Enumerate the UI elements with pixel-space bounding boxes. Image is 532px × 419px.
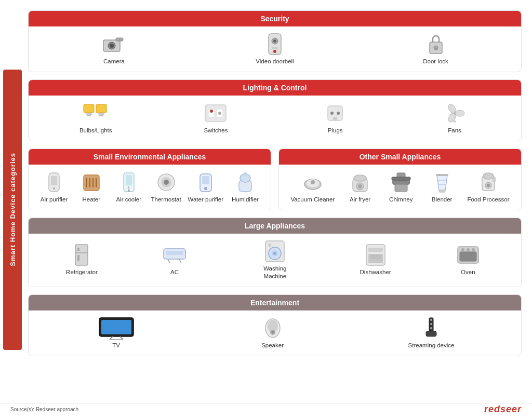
plugs-icon [322,102,349,125]
large-appliances-header: Large Appliances [29,218,521,234]
svg-point-86 [268,244,271,247]
footer: Source(s): Redseer approach redseer [0,403,532,415]
svg-rect-89 [368,254,383,263]
svg-marker-64 [437,175,447,191]
dishwasher-label: Dishwasher [360,268,391,276]
svg-point-94 [461,248,464,251]
svg-point-24 [330,112,334,115]
speaker-icon [259,317,286,340]
air-purifier-icon [41,171,68,194]
svg-point-85 [273,252,276,255]
svg-rect-77 [77,255,79,261]
content-area: Security Camera Video doorbell [25,5,532,414]
video-doorbell-label: Video doorbell [256,58,294,65]
device-switches: Switches [200,102,231,134]
tv-label: TV [112,342,120,349]
air-fryer-icon [347,171,374,194]
svg-point-57 [354,175,366,181]
svg-line-80 [168,259,170,263]
device-bulbs: Bulbs/Lights [79,102,112,134]
air-cooler-label: Air cooler [116,196,141,204]
heater-icon [78,171,105,194]
door-lock-icon [422,33,449,56]
fans-label: Fans [448,127,461,134]
svg-point-34 [53,187,55,190]
device-plugs: Plugs [320,102,351,134]
bulbs-label: Bulbs/Lights [79,127,112,134]
air-fryer-label: Air fryer [350,196,370,204]
other-small-header: Other Small Appliances [279,149,521,165]
refrigerator-icon [68,244,95,266]
device-heater: Heater [76,171,107,204]
small-env-items: Air purifier Heater Air cooler [29,165,271,210]
refrigerator-label: Refrigerator [66,268,98,276]
air-cooler-icon [115,171,142,194]
device-air-purifier: Air purifier [38,171,70,204]
svg-point-20 [210,110,213,113]
device-fans: Fans [439,102,470,134]
side-label-bar: Smart Home Device categories [0,5,25,414]
security-items: Camera Video doorbell Door lock [29,26,521,72]
svg-point-72 [487,184,490,187]
oven-icon [455,244,482,266]
humidifier-label: Humidifier [232,196,259,204]
blender-icon [429,171,456,194]
svg-point-110 [430,327,432,329]
washing-machine-label: Washing Machine [251,265,298,280]
svg-rect-31 [454,120,456,123]
dishwasher-icon [362,244,389,266]
device-dishwasher: Dishwasher [360,244,391,276]
device-streaming: Streaming device [408,317,455,349]
device-video-doorbell: Video doorbell [256,33,294,65]
entertainment-items: TV Speaker Streaming device [29,310,521,356]
svg-point-29 [455,110,464,116]
air-purifier-label: Air purifier [41,196,68,204]
lighting-items: Bulbs/Lights Switches Plugs [29,96,521,141]
svg-rect-93 [460,252,476,261]
streaming-icon [418,317,445,340]
svg-rect-79 [166,251,183,255]
security-header: Security [29,11,521,26]
side-label-text: Smart Home Device categories [9,153,17,266]
device-food-processor: Food Processor [467,171,509,204]
device-camera: Camera [98,33,129,65]
blender-label: Blender [432,196,453,204]
ac-icon [161,244,188,266]
device-vacuum: Vacuum Cleaner [290,171,335,204]
bulbs-icon [82,102,109,125]
svg-rect-16 [98,113,104,115]
small-appliances-row: Small Environmental Appliances Air purif… [28,148,522,210]
water-purifier-label: Water purifier [188,196,224,204]
footer-brand: redseer [484,404,522,415]
svg-rect-76 [77,248,79,251]
device-humidifier: Humidifier [230,171,261,204]
svg-point-108 [430,319,432,321]
svg-point-8 [273,50,276,53]
switches-label: Switches [204,127,228,134]
svg-rect-15 [96,104,107,113]
svg-point-46 [164,180,169,185]
security-box: Security Camera Video doorbell [28,10,522,72]
other-small-items: Vacuum Cleaner Air fryer Chimney [279,165,521,210]
svg-point-25 [337,112,340,115]
heater-label: Heater [83,196,101,204]
svg-point-55 [311,180,315,184]
svg-point-59 [358,184,362,188]
vacuum-label: Vacuum Cleaner [290,196,335,204]
plugs-label: Plugs [328,127,343,134]
device-thermostat: Thermostat [151,171,182,204]
thermostat-label: Thermostat [151,196,181,204]
device-water-purifier: Water purifier [188,171,224,204]
svg-rect-17 [99,115,103,116]
video-doorbell-icon [261,33,288,56]
humidifier-icon [232,171,259,194]
food-processor-label: Food Processor [467,196,509,204]
device-refrigerator: Refrigerator [66,244,98,276]
svg-rect-63 [392,177,410,180]
device-washing-machine: Washing Machine [251,240,298,280]
svg-rect-65 [439,190,445,193]
svg-rect-48 [202,176,209,184]
device-oven: Oven [453,244,484,276]
vacuum-icon [299,171,326,194]
tv-icon [98,317,135,340]
